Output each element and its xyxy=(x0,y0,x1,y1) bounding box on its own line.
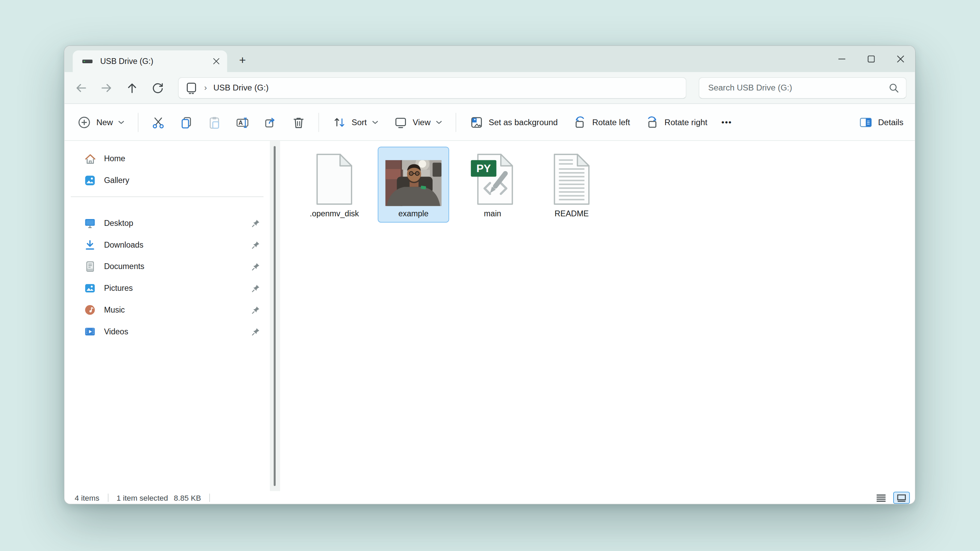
chevron-down-icon xyxy=(372,120,379,124)
tab-usb-drive[interactable]: USB Drive (G:) xyxy=(73,50,227,72)
new-plus-icon xyxy=(77,115,91,129)
documents-icon xyxy=(84,261,97,272)
pictures-icon xyxy=(84,283,97,294)
close-icon xyxy=(213,58,220,65)
copy-icon xyxy=(179,115,193,129)
py-badge: PY xyxy=(476,162,491,175)
view-button[interactable]: View xyxy=(386,110,450,135)
details-view-button[interactable] xyxy=(872,492,890,504)
toolbar-separator xyxy=(138,113,138,132)
sidebar-item-downloads[interactable]: Downloads xyxy=(67,234,267,256)
tab-close-button[interactable] xyxy=(209,54,223,68)
breadcrumb-path: USB Drive (G:) xyxy=(213,83,269,92)
rotate-left-label: Rotate left xyxy=(592,118,630,127)
sidebar-item-label: Gallery xyxy=(104,176,129,185)
selection-size: 8.85 KB xyxy=(174,493,201,502)
sidebar-item-label: Desktop xyxy=(104,219,134,227)
gallery-icon xyxy=(84,175,97,186)
forward-button[interactable] xyxy=(94,76,119,99)
refresh-icon xyxy=(151,81,164,94)
file-name: example xyxy=(398,209,429,222)
sidebar-item-label: Downloads xyxy=(104,240,143,249)
usb-drive-icon xyxy=(82,56,93,66)
back-button[interactable] xyxy=(68,76,94,99)
pin-icon[interactable] xyxy=(248,324,263,340)
thumbnails-view-icon xyxy=(897,494,906,502)
rotate-right-icon xyxy=(646,115,659,129)
maximize-icon xyxy=(867,56,875,63)
sidebar-item-music[interactable]: Music xyxy=(67,299,267,321)
python-file-icon: PY xyxy=(469,147,515,209)
view-button-label: View xyxy=(413,118,430,127)
search-input[interactable] xyxy=(707,82,888,93)
sidebar-item-home[interactable]: Home xyxy=(67,148,267,170)
up-arrow-icon xyxy=(126,81,138,94)
file-grid: .openmv_disk example PY main xyxy=(299,147,915,222)
sidebar-item-gallery[interactable]: Gallery xyxy=(67,170,267,192)
pin-icon[interactable] xyxy=(248,216,263,231)
share-button[interactable] xyxy=(256,110,285,135)
sidebar-item-label: Music xyxy=(104,305,125,314)
sidebar-item-documents[interactable]: Documents xyxy=(67,256,267,278)
breadcrumb-chevron-icon: › xyxy=(204,83,207,92)
set-as-background-label: Set as background xyxy=(488,118,558,127)
view-icon xyxy=(394,115,408,129)
details-view-icon xyxy=(876,494,886,502)
downloads-icon xyxy=(84,239,97,251)
minimize-button[interactable] xyxy=(827,46,856,72)
file-tile-readme[interactable]: README xyxy=(536,147,608,222)
rotate-right-button[interactable]: Rotate right xyxy=(638,110,715,135)
cut-icon xyxy=(151,115,165,129)
details-pane-icon xyxy=(859,115,873,129)
new-button[interactable]: New xyxy=(69,110,132,135)
videos-icon xyxy=(84,326,97,337)
delete-button[interactable] xyxy=(285,110,313,135)
status-separator xyxy=(108,494,108,502)
file-tile-example[interactable]: example xyxy=(378,147,449,222)
this-pc-icon xyxy=(185,81,198,94)
set-as-background-button[interactable]: Set as background xyxy=(462,110,566,135)
rotate-right-label: Rotate right xyxy=(665,118,708,127)
rename-button[interactable]: A xyxy=(228,110,256,135)
new-tab-button[interactable]: + xyxy=(234,52,251,68)
up-button[interactable] xyxy=(119,76,145,99)
sidebar-item-label: Videos xyxy=(104,327,128,336)
blank-file-icon xyxy=(314,147,355,209)
home-icon xyxy=(84,153,97,165)
close-button[interactable] xyxy=(886,46,915,72)
file-explorer-window: USB Drive (G:) + xyxy=(64,45,916,504)
copy-button[interactable] xyxy=(172,110,200,135)
refresh-button[interactable] xyxy=(145,76,170,99)
sort-button-label: Sort xyxy=(352,118,367,127)
navigation-pane: Home Gallery Desktop xyxy=(64,141,270,491)
maximize-button[interactable] xyxy=(856,46,885,72)
desktop-background: USB Drive (G:) + xyxy=(0,0,980,551)
pin-icon[interactable] xyxy=(248,259,263,274)
rotate-left-button[interactable]: Rotate left xyxy=(566,110,638,135)
details-pane-button[interactable]: Details xyxy=(851,110,904,135)
cut-button[interactable] xyxy=(144,110,172,135)
pin-icon[interactable] xyxy=(248,302,263,318)
address-bar[interactable]: › USB Drive (G:) xyxy=(178,77,686,98)
command-bar: New A Sort View xyxy=(64,104,915,141)
pin-icon[interactable] xyxy=(248,281,263,296)
sort-button[interactable]: Sort xyxy=(325,110,386,135)
search-box xyxy=(698,77,907,98)
file-tile-openmv-disk[interactable]: .openmv_disk xyxy=(299,147,370,222)
scrollbar-thumb[interactable] xyxy=(274,146,275,486)
file-tile-main[interactable]: PY main xyxy=(457,147,528,222)
wallpaper-icon xyxy=(469,115,484,129)
sidebar-item-desktop[interactable]: Desktop xyxy=(67,212,267,234)
details-pane-label: Details xyxy=(878,118,904,127)
pin-icon[interactable] xyxy=(248,237,263,253)
paste-button[interactable] xyxy=(200,110,229,135)
sidebar-item-videos[interactable]: Videos xyxy=(67,321,267,343)
sidebar-item-label: Pictures xyxy=(104,284,133,292)
more-options-button[interactable]: ••• xyxy=(715,118,738,127)
title-bar: USB Drive (G:) + xyxy=(64,46,915,72)
large-thumbnails-view-button[interactable] xyxy=(893,492,910,504)
file-list-area[interactable]: .openmv_disk example PY main xyxy=(280,141,915,491)
sidebar-scrollbar[interactable] xyxy=(270,141,280,491)
chevron-down-icon xyxy=(118,120,124,124)
sidebar-item-pictures[interactable]: Pictures xyxy=(67,278,267,299)
